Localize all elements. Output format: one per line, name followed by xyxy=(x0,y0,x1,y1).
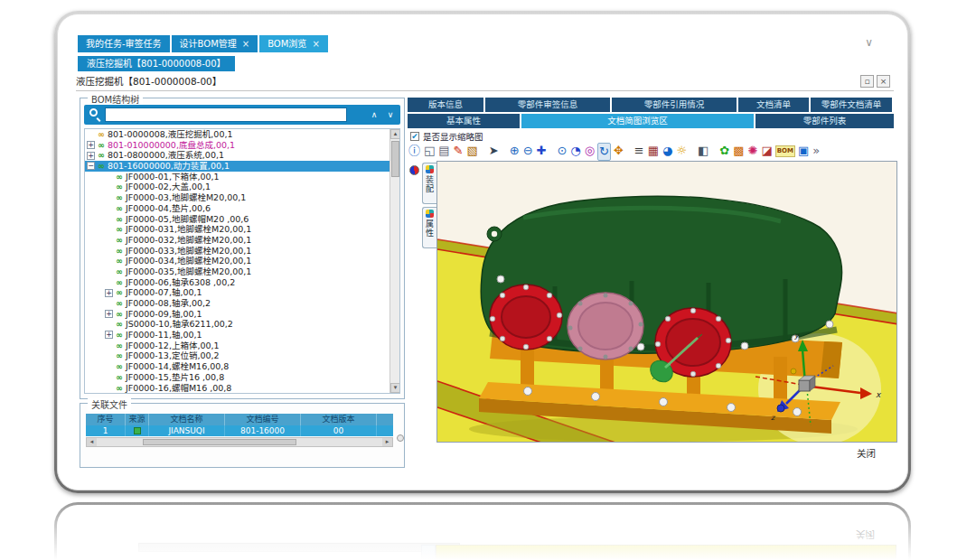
overflow-icon[interactable]: » xyxy=(812,143,821,159)
tree-item[interactable]: +∞JF0000-11,轴,00,1 xyxy=(85,330,389,341)
render-mode-icon[interactable]: ◕ xyxy=(662,143,673,159)
print-icon[interactable]: ▤ xyxy=(437,143,450,159)
tree-item[interactable]: ∞JS0000-10,轴承6211,00,2 xyxy=(85,319,389,330)
search-input[interactable] xyxy=(105,107,347,122)
search-next-icon[interactable]: ∨ xyxy=(384,108,397,121)
tree-item[interactable]: +∞801-010000000,底盘总成,00,1 xyxy=(85,140,389,151)
fit-window-icon[interactable]: ✚ xyxy=(536,143,548,159)
print-preview-icon[interactable]: ◱ xyxy=(423,143,436,159)
tab-close-icon[interactable]: × xyxy=(242,40,249,49)
side-tab-1[interactable]: 装配 xyxy=(422,163,436,204)
measure-icon[interactable]: ▦ xyxy=(647,143,660,159)
column-header-1[interactable]: 序号 xyxy=(86,414,126,425)
table-row[interactable]: 1JIANSUQI801-1600000 xyxy=(86,425,393,436)
explode-icon[interactable]: ✿ xyxy=(718,143,730,159)
collapse-chevron-icon[interactable]: ∨ xyxy=(865,36,873,49)
zoom-in-icon[interactable]: ⊕ xyxy=(509,143,521,159)
bom-icon[interactable]: BOM xyxy=(775,145,795,157)
tree-item[interactable]: +∞JF0000-09,轴,00,1 xyxy=(85,309,389,320)
view-mode-pie-icon[interactable] xyxy=(409,165,419,175)
scroll-thumb[interactable] xyxy=(391,141,399,177)
zoom-out-icon[interactable]: ⊖ xyxy=(522,143,534,159)
main-tab-1[interactable]: 我的任务-审签任务 xyxy=(78,35,170,52)
close-window-icon[interactable]: × xyxy=(877,75,890,88)
rotate-center-icon[interactable]: ◎ xyxy=(584,143,596,159)
table-hscrollbar[interactable]: ◂ ▸ xyxy=(86,437,393,447)
tree-item[interactable]: ∞JF0000-15,垫片16 ,00,8 xyxy=(85,372,389,383)
expander-icon[interactable]: + xyxy=(105,289,113,297)
zoom-area-icon[interactable]: ⊙ xyxy=(556,143,568,159)
tree-item[interactable]: ∞JF0000-08,轴承,00,2 xyxy=(85,298,389,309)
side-tab-2[interactable]: 属性 xyxy=(422,207,436,248)
restore-window-icon[interactable]: ▫ xyxy=(860,75,874,88)
annotate-pen-icon[interactable]: ✎ xyxy=(453,143,465,159)
detail-tab2-3[interactable]: 零部件列表 xyxy=(755,114,894,128)
scroll-left-icon[interactable]: ◂ xyxy=(87,438,97,446)
expander-icon[interactable]: + xyxy=(87,152,95,160)
tree-item-label: 801-0000008,液压挖掘机,00,1 xyxy=(108,129,233,140)
detail-tab2-1[interactable]: 基本属性 xyxy=(408,114,520,128)
expander-icon[interactable]: + xyxy=(87,141,95,149)
scroll-up-icon[interactable]: ▴ xyxy=(390,129,400,139)
tree-item[interactable]: ∞JF0000-05,地脚螺帽M20 ,00,6 xyxy=(85,214,389,225)
tree-item[interactable]: ∞JF0000-033,地脚螺栓M20,00,1 xyxy=(85,246,389,257)
column-header-2[interactable]: 来源 xyxy=(126,414,149,425)
detail-tab-3[interactable]: 零部件引用情况 xyxy=(612,98,737,112)
expander-icon[interactable]: + xyxy=(105,310,113,318)
tree-item[interactable]: ∞JF0000-16,螺帽M16 ,00,8 xyxy=(85,383,389,394)
scroll-down-icon[interactable]: ▾ xyxy=(390,383,400,393)
detail-tab-2[interactable]: 零部件审签信息 xyxy=(485,98,610,112)
resize-grip[interactable] xyxy=(397,434,404,442)
tree-item[interactable]: ∞JF0000-031,地脚螺栓M20,00,1 xyxy=(85,224,389,235)
detail-tab-5[interactable]: 零部件文档清单 xyxy=(811,98,892,112)
tree-item[interactable]: ∞JF0000-035,地脚螺栓M20,00,1 xyxy=(85,266,389,277)
tree-item[interactable]: ∞JF0000-034,地脚螺栓M20,00,1 xyxy=(85,256,389,266)
main-tab-3[interactable]: BOM浏览× xyxy=(259,35,328,52)
eraser-icon[interactable]: ◪ xyxy=(760,143,773,159)
main-tab-2[interactable]: 设计BOM管理× xyxy=(172,35,258,52)
rotate-icon[interactable]: ↻ xyxy=(597,143,611,161)
3d-viewport[interactable]: x y z xyxy=(436,161,897,443)
column-header-5[interactable]: 文档版本 xyxy=(301,414,377,425)
expander-icon[interactable]: + xyxy=(105,331,113,339)
tree-item[interactable]: +∞JF0000-07,轴,00,1 xyxy=(85,287,389,298)
detail-tab-4[interactable]: 文档清单 xyxy=(738,98,809,112)
tree-item[interactable]: ∞JF0000-032,地脚螺栓M20,00,1 xyxy=(85,235,389,246)
info-icon[interactable]: ⓘ xyxy=(408,143,421,159)
detail-tab2-2[interactable]: 文档简图浏览区 xyxy=(521,114,754,128)
document-subtab[interactable]: 液压挖掘机【801-0000008-00】 xyxy=(78,56,235,71)
tree-item[interactable]: ∞JF0000-01,下箱体,00,1 xyxy=(85,172,389,182)
tree-item[interactable]: ∞JF0000-12,上箱体,00,1 xyxy=(85,341,389,351)
screen-icon[interactable]: ▣ xyxy=(797,143,810,159)
expander-icon[interactable]: − xyxy=(87,162,95,170)
zoom-dynamic-icon[interactable]: ◔ xyxy=(569,143,581,159)
scroll-thumb[interactable] xyxy=(143,439,296,445)
tree-item[interactable]: ∞JF0000-13,定位销,00,2 xyxy=(85,350,389,361)
detail-tab-1[interactable]: 版本信息 xyxy=(408,98,483,112)
tree-item[interactable]: −∞801-16000000,动力装置,00,1 xyxy=(85,161,389,172)
column-header-6[interactable]: 文档格式 xyxy=(377,414,393,425)
tree-item[interactable]: +∞801-0800000,液压系统,00,1 xyxy=(85,150,389,161)
assemble-icon[interactable]: ▩ xyxy=(732,143,745,159)
column-header-3[interactable]: 文档名称 xyxy=(149,414,225,425)
tab-close-icon[interactable]: × xyxy=(312,40,319,49)
tree-item[interactable]: ∞JF0000-06,轴承6308 ,00,2 xyxy=(85,277,389,288)
layers-icon[interactable]: ≡ xyxy=(633,143,645,159)
pan-icon[interactable]: ✥ xyxy=(613,143,624,159)
section-icon[interactable]: ✺ xyxy=(747,143,759,159)
tree-item[interactable]: ∞JF0000-04,垫片,00,6 xyxy=(85,203,389,214)
snapshot-icon[interactable]: ◧ xyxy=(697,143,709,159)
tree-item[interactable]: ∞801-0000008,液压挖掘机,00,1 xyxy=(85,129,389,140)
tree-item[interactable]: ∞JF0000-02,大盖,00,1 xyxy=(85,182,389,192)
scroll-right-icon[interactable]: ▸ xyxy=(382,438,392,446)
thumbnail-checkbox[interactable]: ✔ xyxy=(410,132,419,141)
select-cursor-icon[interactable]: ➤ xyxy=(488,143,500,159)
tree-scrollbar[interactable]: ▴ ▾ xyxy=(389,129,399,393)
column-header-4[interactable]: 文档编号 xyxy=(225,414,301,425)
light-icon[interactable]: ☼ xyxy=(675,143,688,159)
search-prev-icon[interactable]: ∧ xyxy=(368,108,380,121)
image-icon[interactable]: ▧ xyxy=(466,143,479,159)
close-button[interactable]: 关闭 xyxy=(857,446,876,460)
tree-item[interactable]: ∞JF0000-03,地脚螺栓M20,00,1 xyxy=(85,192,389,203)
tree-item[interactable]: ∞JF0000-14,螺栓M16,00,8 xyxy=(85,361,389,372)
